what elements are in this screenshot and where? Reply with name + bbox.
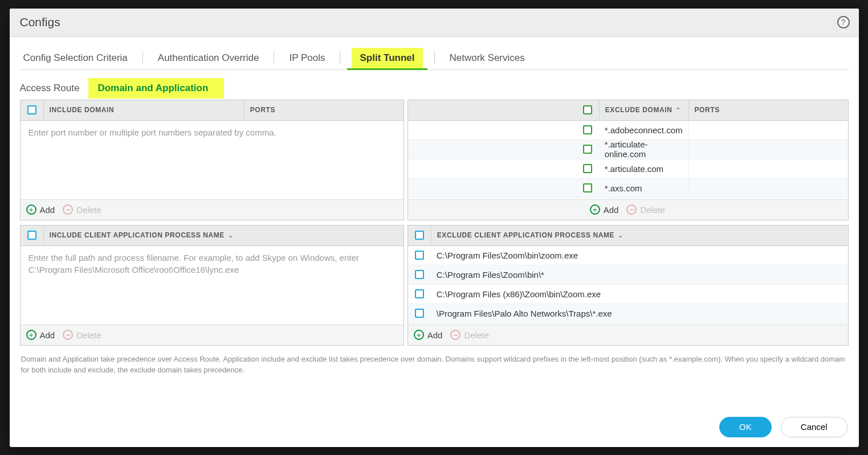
path-cell: C:\Program Files\Zoom\bin\zoom.exe (431, 251, 848, 260)
exclude-domain-header: EXCLUDE DOMAIN ⌃ PORTS (408, 100, 848, 121)
exclude-app-footer: + Add − Delete (408, 325, 848, 345)
table-row[interactable]: *.adobeconnect.com (408, 121, 848, 140)
minus-icon: − (63, 204, 73, 215)
include-domain-header: INCLUDE DOMAIN PORTS (21, 100, 404, 121)
table-row[interactable]: *.axs.com (408, 179, 848, 198)
exclude-domain-column-header[interactable]: EXCLUDE DOMAIN ⌃ (599, 100, 688, 120)
table-row[interactable]: C:\Program Files\Zoom\bin\* (408, 265, 848, 285)
table-row[interactable]: *.articulate-online.com (408, 140, 848, 159)
domain-cell: *.axs.com (599, 183, 688, 193)
sub-tabs: Access Route Domain and Application (20, 70, 849, 99)
cancel-button[interactable]: Cancel (781, 417, 847, 437)
ports-cell (688, 159, 848, 178)
path-cell: \Program Files\Palo Alto Networks\Traps\… (431, 309, 848, 318)
tab-authentication-override[interactable]: Authentication Override (154, 52, 263, 69)
include-domain-footer: + Add − Delete (21, 199, 404, 220)
table-row[interactable]: C:\Program Files (x86)\Zoom\bin\Zoom.exe (408, 285, 848, 304)
row-checkbox[interactable] (583, 145, 592, 154)
tab-ip-pools[interactable]: IP Pools (286, 52, 328, 69)
plus-icon: + (26, 204, 36, 215)
include-app-column-header[interactable]: INCLUDE CLIENT APPLICATION PROCESS NAME … (43, 226, 404, 245)
exclude-app-column-header[interactable]: EXCLUDE CLIENT APPLICATION PROCESS NAME … (431, 226, 848, 245)
row-checkbox[interactable] (415, 251, 424, 260)
tab-config-selection-criteria[interactable]: Config Selection Criteria (20, 52, 131, 69)
exclude-domain-body: *.adobeconnect.com*.articulate-online.co… (408, 121, 848, 199)
include-domain-body: Enter port number or multiple port numbe… (21, 121, 404, 199)
exclude-domain-rows[interactable]: *.adobeconnect.com*.articulate-online.co… (408, 121, 848, 199)
row-checkbox[interactable] (583, 164, 592, 173)
help-icon[interactable]: ? (837, 16, 850, 28)
table-row[interactable]: C:\Program Files\Zoom\bin\zoom.exe (408, 246, 848, 265)
dialog-footer: OK Cancel (10, 407, 859, 447)
include-domain-delete-button[interactable]: − Delete (63, 204, 101, 215)
panels: INCLUDE DOMAIN PORTS Enter port number o… (20, 100, 849, 346)
include-app-select-all-checkbox[interactable] (27, 231, 36, 240)
subtab-domain-and-application[interactable]: Domain and Application (88, 78, 224, 99)
ports-cell (688, 121, 848, 140)
plus-icon: + (414, 330, 424, 340)
plus-icon: + (590, 204, 600, 215)
dialog-title: Configs (20, 15, 837, 29)
exclude-domain-footer: + Add − Delete (408, 199, 848, 220)
dialog-content: Config Selection Criteria Authentication… (10, 37, 859, 407)
exclude-app-rows[interactable]: C:\Program Files\Zoom\bin\zoom.exeC:\Pro… (408, 246, 848, 325)
minus-icon: − (626, 204, 637, 215)
path-cell: C:\Program Files\Zoom\bin\* (431, 270, 848, 280)
tab-network-services[interactable]: Network Services (446, 52, 528, 69)
include-domain-select-all-checkbox[interactable] (27, 105, 36, 114)
exclude-app-header: EXCLUDE CLIENT APPLICATION PROCESS NAME … (408, 226, 848, 246)
exclude-app-grid: EXCLUDE CLIENT APPLICATION PROCESS NAME … (407, 225, 849, 346)
domain-cell: *.articulate-online.com (599, 140, 688, 159)
ok-button[interactable]: OK (719, 417, 772, 437)
dialog-titlebar: Configs ? (10, 9, 859, 37)
ports-cell (688, 179, 848, 198)
configs-dialog: Configs ? Config Selection Criteria Auth… (10, 9, 859, 447)
exclude-domain-ports-column-header[interactable]: PORTS (688, 100, 848, 120)
primary-tabs: Config Selection Criteria Authentication… (20, 45, 849, 70)
table-row[interactable]: \Program Files\Palo Alto Networks\Traps\… (408, 304, 848, 323)
minus-icon: − (450, 330, 461, 340)
exclude-domain-select-all-checkbox[interactable] (583, 105, 592, 114)
include-app-placeholder: Enter the full path and process filename… (21, 246, 404, 282)
ports-cell (688, 140, 848, 159)
table-row[interactable]: *.articulate.com (408, 159, 848, 179)
chevron-down-icon: ⌄ (618, 232, 624, 239)
chevron-down-icon: ⌄ (228, 232, 234, 239)
include-app-add-button[interactable]: + Add (26, 330, 55, 340)
tab-split-tunnel[interactable]: Split Tunnel (352, 48, 422, 69)
sort-asc-icon: ⌃ (675, 106, 681, 114)
row-checkbox[interactable] (415, 289, 424, 298)
plus-icon: + (26, 330, 36, 340)
exclude-app-delete-button[interactable]: − Delete (450, 330, 488, 340)
subtab-access-route[interactable]: Access Route (20, 78, 89, 99)
row-checkbox[interactable] (583, 125, 592, 134)
row-checkbox[interactable] (583, 183, 592, 192)
exclude-app-add-button[interactable]: + Add (414, 330, 443, 340)
include-domain-ports-column-header[interactable]: PORTS (244, 100, 404, 120)
include-app-grid: INCLUDE CLIENT APPLICATION PROCESS NAME … (20, 225, 404, 346)
exclude-domain-delete-button[interactable]: − Delete (626, 204, 665, 215)
include-domain-grid: INCLUDE DOMAIN PORTS Enter port number o… (20, 100, 404, 220)
include-app-footer: + Add − Delete (21, 325, 404, 345)
domain-cell: *.articulate.com (599, 164, 688, 174)
right-column: EXCLUDE DOMAIN ⌃ PORTS *.adobeconnect.co… (407, 100, 849, 346)
include-app-header: INCLUDE CLIENT APPLICATION PROCESS NAME … (21, 226, 404, 246)
minus-icon: − (63, 330, 73, 340)
exclude-domain-grid: EXCLUDE DOMAIN ⌃ PORTS *.adobeconnect.co… (407, 100, 849, 220)
include-app-delete-button[interactable]: − Delete (63, 330, 101, 340)
domain-cell: *.adobeconnect.com (599, 125, 688, 135)
include-domain-placeholder: Enter port number or multiple port numbe… (21, 121, 404, 145)
left-column: INCLUDE DOMAIN PORTS Enter port number o… (20, 100, 404, 346)
exclude-app-body: C:\Program Files\Zoom\bin\zoom.exeC:\Pro… (408, 246, 848, 325)
include-domain-column-header[interactable]: INCLUDE DOMAIN (43, 100, 244, 120)
include-domain-add-button[interactable]: + Add (26, 204, 55, 215)
row-checkbox[interactable] (415, 309, 424, 318)
footnote: Domain and Application take precedence o… (20, 346, 849, 376)
path-cell: C:\Program Files (x86)\Zoom\bin\Zoom.exe (431, 289, 848, 299)
exclude-app-select-all-checkbox[interactable] (415, 231, 424, 240)
exclude-domain-add-button[interactable]: + Add (590, 204, 619, 215)
row-checkbox[interactable] (415, 270, 424, 279)
include-app-body: Enter the full path and process filename… (21, 246, 404, 325)
